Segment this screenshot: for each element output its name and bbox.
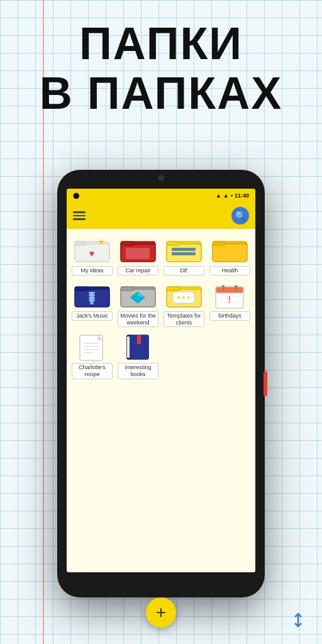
folder-birthdays[interactable]: ! birthdays <box>209 280 250 328</box>
folder-label-movies-weekend: Movies for the weekend <box>118 311 158 328</box>
folders-grid: ♥ ★ My ideas <box>72 235 250 379</box>
folder-icon-birthdays: ! <box>213 280 247 309</box>
folder-icon-my-ideas: ♥ ★ <box>75 235 109 264</box>
battery-icon: ▪ <box>231 192 233 199</box>
phone-camera <box>158 175 164 181</box>
svg-text:★: ★ <box>97 237 105 247</box>
folders-area: ♥ ★ My ideas <box>67 229 255 572</box>
heading-title: ПАПКИ В ПАПКАХ <box>0 19 322 118</box>
search-icon: 🔍 <box>235 211 246 221</box>
app-header: 🔍 <box>67 203 255 229</box>
folder-icon-interesting-books <box>121 332 155 360</box>
svg-rect-15 <box>213 244 247 262</box>
folder-charlottes-recipe[interactable]: Charlotte's recipe <box>72 332 113 379</box>
folder-label-interesting-books: Interesting books <box>118 363 158 379</box>
search-button[interactable]: 🔍 <box>231 207 249 225</box>
folder-label-health: Health <box>209 266 250 275</box>
svg-rect-13 <box>172 252 196 255</box>
status-icons: ▲ ▲ ▪ 11:40 <box>216 192 249 199</box>
status-bar: ⬤ ▲ ▲ ▪ 11:40 <box>67 189 255 203</box>
folder-templates-clients[interactable]: Templates for clients <box>164 280 204 328</box>
folder-label-my-ideas: My ideas <box>72 266 113 275</box>
svg-rect-27 <box>121 287 133 291</box>
folder-label-charlottes-recipe: Charlotte's recipe <box>72 363 113 379</box>
svg-rect-19 <box>75 287 87 291</box>
svg-rect-21 <box>89 292 95 294</box>
folder-label-car-repair: Car repair <box>118 266 158 275</box>
folder-car-repair[interactable]: Car repair <box>118 235 158 275</box>
folder-icon-charlottes-recipe <box>75 332 109 360</box>
svg-rect-40 <box>222 285 225 291</box>
svg-rect-23 <box>89 297 95 299</box>
svg-rect-11 <box>167 242 179 245</box>
fab-button[interactable]: + <box>146 597 176 628</box>
folder-interesting-books[interactable]: Interesting books <box>118 332 158 379</box>
fab-label: + <box>156 602 166 623</box>
folder-icon-jacks-music <box>75 280 109 309</box>
svg-rect-8 <box>126 248 150 259</box>
folder-label-jacks-music: Jack's Music <box>72 311 113 321</box>
svg-point-36 <box>182 296 185 299</box>
signal-icon: ▲ <box>223 192 229 199</box>
phone-frame: ⬤ ▲ ▲ ▪ 11:40 🔍 <box>57 170 265 597</box>
folder-health[interactable]: Health <box>209 235 250 275</box>
svg-rect-55 <box>127 336 130 358</box>
folder-de[interactable]: DE <box>164 235 204 275</box>
svg-rect-16 <box>213 242 225 245</box>
folder-jacks-music[interactable]: Jack's Music <box>72 280 113 328</box>
hamburger-line-1 <box>73 211 86 213</box>
folder-label-templates-clients: Templates for clients <box>164 311 204 328</box>
svg-rect-24 <box>89 299 95 301</box>
heading-area: ПАПКИ В ПАПКАХ <box>0 19 322 118</box>
svg-rect-41 <box>235 285 237 291</box>
svg-rect-12 <box>172 248 196 251</box>
folder-icon-car-repair <box>121 235 155 264</box>
status-dot: ⬤ <box>73 192 79 199</box>
phone-top <box>57 170 265 189</box>
folder-icon-health <box>213 235 247 264</box>
menu-button[interactable] <box>73 211 86 220</box>
svg-point-35 <box>177 296 180 299</box>
phone-screen: ⬤ ▲ ▲ ▪ 11:40 🔍 <box>67 189 255 572</box>
folder-label-birthdays: birthdays <box>209 311 250 321</box>
folder-label-de: DE <box>164 266 204 275</box>
hamburger-line-2 <box>73 215 86 217</box>
folder-icon-de <box>167 235 201 264</box>
svg-rect-2 <box>75 242 86 245</box>
folder-movies-weekend[interactable]: Movies for the weekend <box>118 280 158 328</box>
folder-icon-movies-weekend <box>121 280 155 309</box>
svg-rect-22 <box>89 294 95 296</box>
hamburger-line-3 <box>73 218 86 220</box>
folder-my-ideas[interactable]: ♥ ★ My ideas <box>72 235 113 275</box>
sort-button[interactable] <box>289 611 307 633</box>
svg-text:♥: ♥ <box>89 248 94 258</box>
svg-rect-32 <box>167 287 179 291</box>
wifi-icon: ▲ <box>216 192 221 199</box>
svg-rect-39 <box>216 287 243 293</box>
folder-icon-templates-clients <box>167 280 201 309</box>
svg-point-37 <box>187 296 190 299</box>
volume-button <box>264 371 267 396</box>
svg-rect-7 <box>121 242 133 245</box>
time-display: 11:40 <box>235 192 249 199</box>
